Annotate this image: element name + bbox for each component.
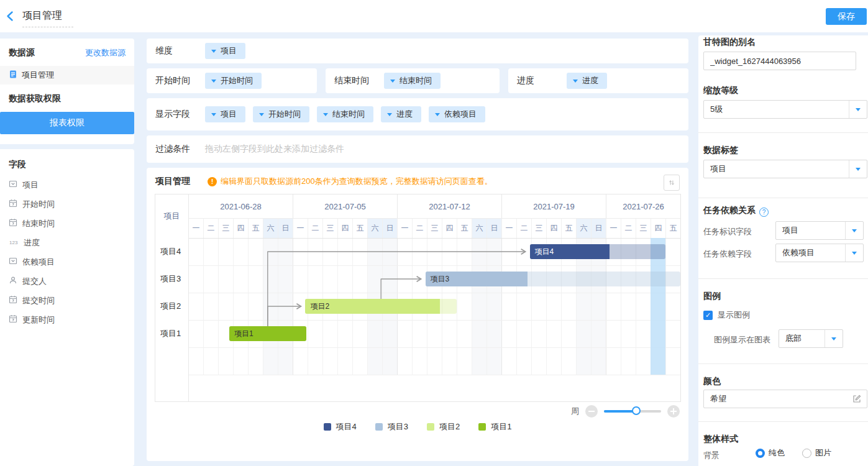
field-item-label: 结束时间	[22, 218, 55, 229]
filter-label: 过滤条件	[155, 144, 205, 155]
field-item-date[interactable]: 提交时间	[9, 291, 127, 310]
warning-text: 编辑界面只取数据源前200条作为查询数据预览，完整数据请访问页面查看。	[221, 176, 493, 187]
legend-item[interactable]: 项目1	[478, 421, 511, 432]
display-fields-chips: 项目开始时间结束时间进度依赖项目	[205, 106, 485, 122]
zoom-out-button[interactable]	[585, 405, 598, 418]
back-icon[interactable]	[5, 11, 17, 23]
task-id-value: 项目	[776, 225, 845, 236]
color-input[interactable]	[703, 390, 867, 408]
field-item-enum[interactable]: 依赖项目	[9, 252, 127, 272]
fields-section-title: 字段	[9, 159, 26, 170]
chevron-down-icon	[390, 80, 395, 83]
legend-label: 项目1	[491, 421, 511, 432]
help-icon[interactable]: ?	[759, 208, 769, 217]
chevron-down-icon	[435, 113, 440, 116]
chevron-down-icon	[323, 113, 328, 116]
edit-pencil-icon[interactable]	[852, 395, 861, 405]
gantt-weekday-label: 二	[621, 218, 636, 238]
gantt-week-label: 2021-07-26	[606, 194, 680, 218]
gantt-bar[interactable]: 项目1	[229, 326, 306, 341]
field-chip[interactable]: 开始时间	[205, 73, 262, 89]
legend-swatch	[324, 423, 331, 431]
task-id-select[interactable]: 项目	[775, 221, 864, 240]
field-chip[interactable]: 结束时间	[317, 106, 373, 122]
zoom-unit-label: 周	[571, 406, 579, 417]
field-item-label: 依赖项目	[22, 257, 55, 268]
field-chip[interactable]: 开始时间	[253, 106, 309, 122]
chevron-down-icon	[573, 80, 578, 83]
gantt-weekday-label: 日	[382, 218, 397, 238]
legend-item[interactable]: 项目2	[427, 421, 460, 432]
field-item-label: 进度	[24, 237, 40, 249]
save-button[interactable]: 保存	[826, 8, 867, 25]
data-label-select[interactable]: 项目	[703, 160, 867, 178]
gantt-weekday-label: 一	[293, 218, 308, 238]
legend-item[interactable]: 项目4	[324, 421, 357, 432]
number-field-icon: 123	[9, 237, 19, 248]
field-chip[interactable]: 项目	[205, 43, 245, 59]
field-chip[interactable]: 进度	[381, 106, 421, 122]
field-item-label: 提交人	[22, 276, 47, 287]
gantt-weekday-label: 四	[337, 218, 352, 238]
gantt-weekday-label: 日	[278, 218, 293, 238]
gantt-weekday-label: 一	[397, 218, 412, 238]
chip-label: 开始时间	[268, 109, 301, 120]
field-chip[interactable]: 进度	[567, 73, 607, 89]
gantt-weekday-label: 四	[546, 218, 561, 238]
field-chip[interactable]: 结束时间	[384, 73, 441, 89]
chip-label: 进度	[396, 109, 413, 120]
alias-title: 甘特图的别名	[703, 37, 756, 48]
field-item-date[interactable]: 更新时间	[9, 310, 127, 329]
display-fields-row: 显示字段 项目开始时间结束时间进度依赖项目	[147, 98, 688, 130]
alias-input[interactable]	[703, 52, 856, 70]
field-item-person[interactable]: 提交人	[9, 272, 127, 291]
gantt-week-label: 2021-07-05	[293, 194, 397, 218]
field-chip[interactable]: 项目	[205, 106, 245, 122]
gantt-week-label: 2021-07-19	[501, 194, 606, 218]
bg-option-label: 纯色	[769, 447, 785, 459]
legend-position-select[interactable]: 底部	[779, 329, 843, 348]
gantt-chart[interactable]: 2021-06-282021-07-052021-07-122021-07-19…	[155, 194, 681, 402]
field-item-date[interactable]: 开始时间	[9, 194, 127, 214]
zoom-slider-handle[interactable]	[632, 406, 641, 415]
gantt-bar[interactable]: 项目3	[426, 272, 680, 286]
gantt-day-column	[501, 238, 516, 375]
gantt-day-column	[457, 238, 472, 375]
report-permission-button[interactable]: 报表权限	[0, 112, 134, 134]
datasource-item[interactable]: 项目管理	[0, 66, 134, 85]
field-item-enum[interactable]: 项目	[9, 175, 127, 194]
progress-chips: 进度	[567, 73, 607, 89]
radio-checked-icon[interactable]	[756, 449, 765, 458]
chip-label: 项目	[221, 45, 237, 57]
gantt-weekday-label: 六	[367, 218, 382, 238]
zoom-level-select[interactable]: 5级	[703, 100, 867, 119]
zoom-slider[interactable]	[604, 410, 661, 413]
preview-warning: ! 编辑界面只取数据源前200条作为查询数据预览，完整数据请访问页面查看。	[208, 176, 493, 187]
zoom-in-button[interactable]	[667, 405, 680, 418]
task-dep-select[interactable]: 依赖项目	[775, 244, 864, 262]
person-field-icon	[9, 276, 17, 286]
gantt-bar[interactable]: 项目2	[305, 299, 457, 314]
gantt-day-column	[248, 238, 263, 375]
radio-unchecked-icon[interactable]	[802, 449, 811, 458]
legend-swatch	[427, 423, 434, 431]
filter-row[interactable]: 过滤条件 拖动左侧字段到此处来添加过滤条件	[147, 135, 688, 163]
gantt-weekday-label: 六	[263, 218, 278, 238]
gantt-weekday-label: 三	[531, 218, 546, 238]
field-item-number[interactable]: 123进度	[9, 233, 127, 252]
show-legend-checkbox[interactable]	[703, 311, 713, 320]
enum-field-icon	[9, 180, 17, 190]
gantt-weekday-label: 四	[651, 218, 665, 238]
chevron-down-icon	[259, 113, 264, 116]
legend-item[interactable]: 项目3	[375, 421, 408, 432]
field-item-date[interactable]: 结束时间	[9, 214, 127, 233]
style-section-title: 整体样式	[703, 434, 738, 445]
color-field	[703, 390, 867, 408]
field-chip[interactable]: 依赖项目	[429, 106, 485, 122]
sort-order-button[interactable]	[664, 175, 680, 191]
change-datasource-link[interactable]: 更改数据源	[85, 47, 126, 58]
legend-swatch	[375, 423, 383, 431]
gantt-bar-label: 项目2	[310, 299, 329, 314]
gantt-bar[interactable]: 项目4	[530, 244, 665, 259]
permission-section-title: 数据获取权限	[9, 93, 61, 104]
